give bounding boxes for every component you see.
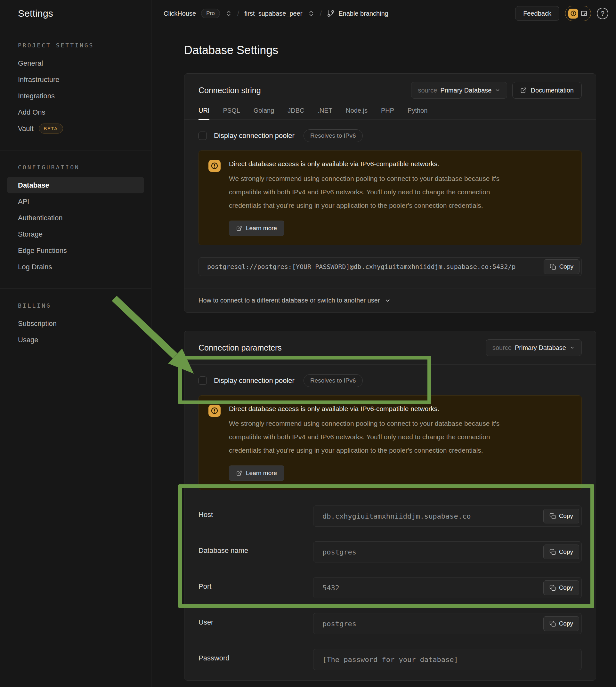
help-icon[interactable]: ? — [597, 8, 608, 19]
display-connection-pooler-label-2: Display connection pooler — [214, 376, 294, 385]
copy-icon — [550, 264, 556, 270]
top-bar-actions: Feedback ? — [515, 6, 616, 21]
sidebar-item-log-drains[interactable]: Log Drains — [0, 259, 151, 275]
enable-branching-button[interactable]: Enable branching — [327, 9, 388, 17]
documentation-button[interactable]: Documentation — [512, 82, 582, 98]
password-input[interactable]: [The password for your database] — [313, 649, 582, 670]
sidebar-divider-2 — [0, 288, 151, 289]
connection-parameters-header: Connection parameters source Primary Dat… — [184, 331, 596, 364]
port-label: Port — [198, 577, 313, 591]
sidebar-item-integrations[interactable]: Integrations — [0, 88, 151, 104]
tab-python[interactable]: Python — [408, 107, 427, 120]
org-selector-icon[interactable] — [225, 10, 232, 17]
tab-dotnet[interactable]: .NET — [318, 107, 333, 120]
copy-icon — [549, 513, 556, 519]
tab-php[interactable]: PHP — [381, 107, 394, 120]
warning-body: We strongly recommend using connection p… — [229, 172, 517, 212]
warning-title: Direct database access is only available… — [229, 405, 517, 413]
port-input[interactable]: 5432 Copy — [313, 577, 582, 598]
external-link-icon — [236, 470, 242, 476]
tab-psql[interactable]: PSQL — [223, 107, 240, 120]
sidebar-divider — [0, 150, 151, 151]
connection-parameters-title: Connection parameters — [198, 343, 282, 352]
connection-parameter-fields: Host db.cxhygiuitamxhniiddjm.supabase.co… — [184, 506, 596, 680]
feedback-button[interactable]: Feedback — [515, 6, 559, 21]
copy-uri-button[interactable]: Copy — [544, 259, 579, 274]
connection-uri-box[interactable]: postgresql://postgres:[YOUR-PASSWORD]@db… — [198, 258, 582, 276]
copy-icon — [549, 549, 556, 555]
sidebar-item-authentication[interactable]: Authentication — [0, 210, 151, 226]
page-title: Settings — [18, 8, 53, 19]
sidebar-section-project-settings: PROJECT SETTINGS — [18, 42, 151, 49]
source-select[interactable]: source Primary Database — [411, 82, 507, 98]
project-name[interactable]: first_supabase_peer — [244, 10, 302, 17]
field-row-port: Port 5432 Copy — [184, 577, 596, 598]
org-name[interactable]: ClickHouse — [163, 10, 196, 17]
copy-host-button[interactable]: Copy — [543, 509, 579, 524]
field-row-host: Host db.cxhygiuitamxhniiddjm.supabase.co… — [184, 506, 596, 527]
database-name-label: Database name — [198, 541, 313, 555]
display-connection-pooler-checkbox[interactable] — [198, 132, 207, 140]
notifications-button[interactable] — [565, 6, 591, 21]
sidebar-section-configuration: CONFIGURATION — [18, 164, 151, 171]
breadcrumb: ClickHouse Pro / first_supabase_peer / E… — [151, 9, 515, 18]
warning-body: We strongly recommend using connection p… — [229, 417, 517, 457]
resolves-to-ipv6-badge-2: Resolves to IPv6 — [304, 374, 363, 387]
learn-more-button[interactable]: Learn more — [229, 221, 284, 236]
host-input[interactable]: db.cxhygiuitamxhniiddjm.supabase.co Copy — [313, 506, 582, 527]
sidebar-item-subscription[interactable]: Subscription — [0, 315, 151, 332]
warning-icon — [208, 405, 221, 417]
sidebar-item-api[interactable]: API — [0, 193, 151, 210]
settings-header: Settings — [0, 0, 151, 27]
sidebar-item-database[interactable]: Database — [7, 177, 144, 193]
connection-string-header: Connection string source Primary Databas… — [184, 74, 596, 120]
sidebar-item-storage[interactable]: Storage — [0, 226, 151, 242]
sidebar-item-add-ons[interactable]: Add Ons — [0, 104, 151, 120]
connection-uri-value: postgresql://postgres:[YOUR-PASSWORD]@db… — [207, 263, 515, 270]
resolves-to-ipv6-badge: Resolves to IPv6 — [304, 129, 363, 142]
copy-user-button[interactable]: Copy — [543, 616, 579, 631]
sidebar-item-usage[interactable]: Usage — [0, 332, 151, 348]
sidebar-item-infrastructure[interactable]: Infrastructure — [0, 71, 151, 88]
sidebar-item-edge-functions[interactable]: Edge Functions — [0, 242, 151, 259]
user-input[interactable]: postgres Copy — [313, 613, 582, 634]
org-plan-badge: Pro — [201, 9, 220, 18]
database-name-input[interactable]: postgres Copy — [313, 541, 582, 562]
top-bar: Settings ClickHouse Pro / first_supabase… — [0, 0, 616, 27]
param-pooler-row: Display connection pooler Resolves to IP… — [184, 364, 596, 395]
external-link-icon — [520, 87, 527, 93]
host-label: Host — [198, 506, 313, 519]
page-heading: Database Settings — [184, 43, 596, 57]
copy-port-button[interactable]: Copy — [543, 580, 579, 595]
sidebar-section-billing: BILLING — [18, 302, 151, 309]
connect-help-collapsible[interactable]: How to connect to a different database o… — [184, 288, 596, 312]
external-link-icon — [236, 225, 242, 231]
ipv6-warning-callout-2: Direct database access is only available… — [198, 395, 582, 490]
copy-icon — [549, 620, 556, 627]
panel-icon — [580, 9, 588, 17]
chevron-down-icon — [569, 345, 575, 351]
tab-nodejs[interactable]: Node.js — [346, 107, 368, 120]
field-row-password: Password [The password for your database… — [184, 649, 596, 670]
tab-jdbc[interactable]: JDBC — [287, 107, 304, 120]
tab-uri[interactable]: URI — [198, 107, 210, 120]
project-selector-icon[interactable] — [308, 10, 315, 17]
beta-badge: BETA — [39, 124, 63, 133]
source-select-parameters[interactable]: source Primary Database — [486, 339, 582, 356]
sidebar-item-general[interactable]: General — [0, 55, 151, 71]
ipv6-warning-callout: Direct database access is only available… — [198, 151, 582, 245]
sidebar-item-vault[interactable]: Vault BETA — [0, 120, 151, 137]
copy-database-name-button[interactable]: Copy — [543, 545, 579, 559]
alert-badge-icon — [568, 9, 578, 19]
connection-parameters-card: Connection parameters source Primary Dat… — [184, 331, 596, 681]
field-row-database-name: Database name postgres Copy — [184, 541, 596, 562]
warning-icon — [208, 160, 221, 172]
connection-string-tabs: URI PSQL Golang JDBC .NET Node.js PHP Py… — [198, 107, 582, 119]
learn-more-button-2[interactable]: Learn more — [229, 465, 284, 481]
chevron-down-icon — [384, 297, 391, 304]
git-branch-icon — [327, 9, 335, 17]
warning-title: Direct database access is only available… — [229, 160, 517, 168]
tab-golang[interactable]: Golang — [254, 107, 274, 120]
display-connection-pooler-checkbox-2[interactable] — [198, 376, 207, 385]
breadcrumb-separator: / — [237, 9, 240, 18]
